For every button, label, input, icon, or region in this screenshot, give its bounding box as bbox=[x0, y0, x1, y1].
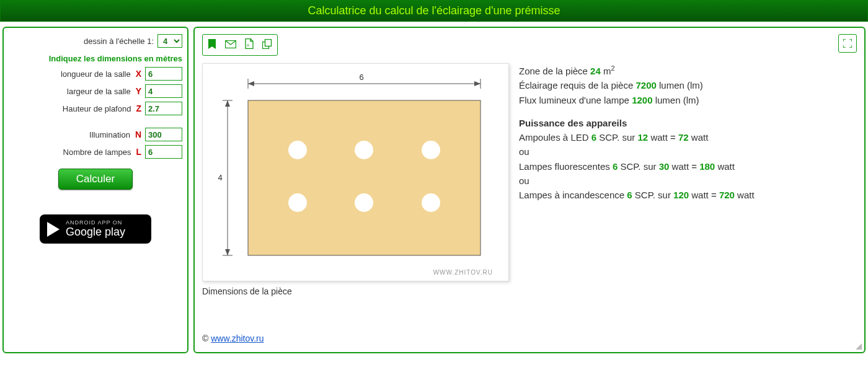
length-axis: X bbox=[136, 69, 141, 79]
width-input[interactable] bbox=[145, 84, 182, 98]
led-line: Ampoules à LED 6 SCP. sur 12 watt = 72 w… bbox=[519, 130, 755, 144]
scale-select[interactable]: 4 bbox=[157, 34, 182, 48]
led-total: 72 bbox=[678, 132, 689, 143]
height-input[interactable] bbox=[145, 102, 182, 115]
or2: ou bbox=[519, 174, 755, 188]
footer: © www.zhitov.ru bbox=[202, 333, 857, 343]
fluor-watt-unit: watt bbox=[717, 161, 735, 172]
power-header: Puissance des appareils bbox=[519, 116, 755, 130]
svg-text:A: A bbox=[247, 43, 249, 47]
led-scp: SCP. sur bbox=[599, 132, 635, 143]
inc-prefix: Lampes à incandescence bbox=[519, 190, 624, 200]
svg-rect-14 bbox=[248, 100, 480, 255]
scale-row: dessin à l'échelle 1: 4 bbox=[9, 34, 182, 48]
mail-icon[interactable] bbox=[225, 40, 236, 51]
gplay-big: Google play bbox=[66, 226, 125, 238]
led-watt: 12 bbox=[638, 132, 649, 143]
length-row: longueur de la salle X bbox=[9, 67, 182, 81]
lamps-row: Nombre de lampes L bbox=[9, 145, 182, 159]
scale-label: dessin à l'échelle 1: bbox=[84, 37, 154, 46]
input-panel: dessin à l'échelle 1: 4 Indiquez les dim… bbox=[2, 27, 188, 353]
area-value: 24 bbox=[590, 66, 601, 76]
copyright: © bbox=[202, 333, 208, 343]
inc-watt-unit: watt bbox=[737, 190, 755, 200]
drawing-column: 6 4 WWW.ZHITOV.RU bbox=[202, 63, 509, 296]
area-unit-sup: 2 bbox=[611, 64, 614, 72]
req-label: Éclairage requis de la pièce bbox=[519, 80, 633, 90]
svg-point-19 bbox=[355, 193, 373, 212]
inc-line: Lampes à incandescence 6 SCP. sur 120 wa… bbox=[519, 188, 755, 202]
drawing-card: 6 4 WWW.ZHITOV.RU bbox=[202, 63, 509, 281]
lamps-input[interactable] bbox=[145, 145, 182, 159]
fluor-scp: SCP. sur bbox=[620, 161, 656, 172]
fluor-total: 180 bbox=[699, 161, 715, 172]
inc-eq: watt = bbox=[691, 190, 716, 200]
dim-top: 6 bbox=[359, 73, 363, 82]
led-watt-unit: watt bbox=[691, 132, 709, 143]
inc-watt: 120 bbox=[673, 190, 689, 200]
length-input[interactable] bbox=[145, 67, 182, 81]
led-prefix: Ampoules à LED bbox=[519, 132, 589, 143]
results-text: Zone de la pièce 24 m2 Éclairage requis … bbox=[519, 63, 755, 202]
area-line: Zone de la pièce 24 m2 bbox=[519, 63, 755, 78]
svg-marker-7 bbox=[248, 81, 254, 86]
height-row: Hauteur de plafond Z bbox=[9, 102, 182, 115]
inc-count: 6 bbox=[627, 190, 632, 200]
led-count: 6 bbox=[591, 132, 596, 143]
flux-unit: lumen (lm) bbox=[655, 95, 699, 105]
illum-label: Illumination bbox=[89, 130, 130, 139]
svg-point-20 bbox=[422, 193, 440, 212]
bookmark-icon[interactable] bbox=[208, 39, 216, 51]
fluor-prefix: Lampes fluorescentes bbox=[519, 161, 610, 172]
fluor-count: 6 bbox=[613, 161, 618, 172]
svg-point-15 bbox=[288, 141, 307, 159]
copy-icon[interactable] bbox=[262, 39, 272, 51]
lamps-axis: L bbox=[136, 147, 141, 157]
results-panel: A 6 bbox=[193, 27, 866, 353]
or1: ou bbox=[519, 144, 755, 159]
google-play-badge[interactable]: ANDROID APP ON Google play bbox=[40, 214, 151, 244]
drawing-caption: Dimensions de la pièce bbox=[202, 286, 509, 296]
watermark: WWW.ZHITOV.RU bbox=[433, 269, 493, 276]
svg-point-17 bbox=[422, 141, 440, 159]
calculate-button[interactable]: Calculer bbox=[58, 169, 133, 190]
area-unit: m bbox=[603, 66, 611, 76]
room-drawing: 6 4 WWW.ZHITOV.RU bbox=[214, 73, 496, 277]
svg-point-16 bbox=[355, 141, 373, 159]
resize-handle[interactable] bbox=[856, 343, 862, 350]
led-eq: watt = bbox=[650, 132, 675, 143]
svg-rect-3 bbox=[265, 39, 272, 46]
width-label: largeur de la salle bbox=[67, 87, 131, 96]
svg-marker-8 bbox=[474, 81, 480, 86]
page-title: Calculatrice du calcul de l'éclairage d'… bbox=[0, 0, 868, 22]
inc-total: 720 bbox=[719, 190, 735, 200]
illum-axis: N bbox=[135, 130, 141, 139]
height-axis: Z bbox=[136, 104, 141, 113]
gplay-small: ANDROID APP ON bbox=[66, 219, 125, 226]
fluor-eq: watt = bbox=[672, 161, 697, 172]
svg-point-18 bbox=[288, 193, 307, 212]
width-row: largeur de la salle Y bbox=[9, 84, 182, 98]
length-label: longueur de la salle bbox=[61, 69, 131, 79]
required-line: Éclairage requis de la pièce 7200 lumen … bbox=[519, 78, 755, 92]
dims-header: Indiquez les dimensions en mètres bbox=[9, 54, 182, 63]
footer-link[interactable]: www.zhitov.ru bbox=[211, 333, 264, 343]
toolbar: A bbox=[202, 34, 278, 56]
width-axis: Y bbox=[136, 86, 141, 96]
illum-row: Illumination N bbox=[9, 128, 182, 141]
fluor-line: Lampes fluorescentes 6 SCP. sur 30 watt … bbox=[519, 159, 755, 174]
pdf-icon[interactable]: A bbox=[245, 38, 254, 51]
svg-marker-13 bbox=[225, 249, 230, 255]
illum-input[interactable] bbox=[145, 128, 182, 141]
req-unit: lumen (lm) bbox=[659, 80, 703, 90]
flux-label: Flux lumineux d'une lampe bbox=[519, 95, 629, 105]
play-icon bbox=[47, 222, 60, 237]
area-label: Zone de la pièce bbox=[519, 66, 588, 76]
fluor-watt: 30 bbox=[659, 161, 670, 172]
fullscreen-button[interactable] bbox=[838, 34, 857, 53]
flux-line: Flux lumineux d'une lampe 1200 lumen (lm… bbox=[519, 93, 755, 107]
svg-marker-12 bbox=[225, 100, 230, 107]
inc-scp: SCP. sur bbox=[635, 190, 671, 200]
dim-left: 4 bbox=[218, 173, 222, 182]
content-row: 6 4 WWW.ZHITOV.RU bbox=[202, 63, 857, 296]
